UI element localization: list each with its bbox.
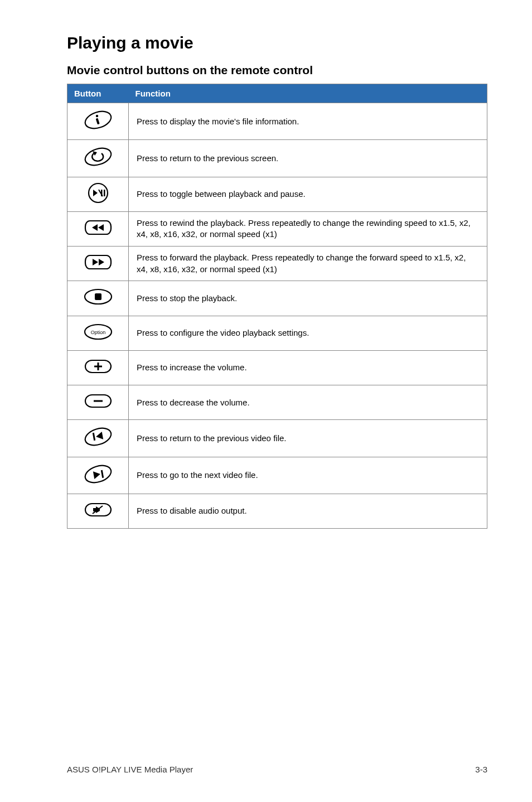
- function-cell: Press to return to the previous video fi…: [129, 420, 487, 457]
- forward-icon: [83, 251, 114, 273]
- table-row: Press to disable audio output.: [67, 494, 487, 528]
- function-cell: Press to rewind the playback. Press repe…: [129, 211, 487, 246]
- return-icon: [83, 144, 114, 169]
- button-icon-cell: [67, 247, 129, 281]
- table-row: Press to increase the volume.: [67, 350, 487, 385]
- function-cell: Press to forward the playback. Press rep…: [129, 247, 487, 281]
- button-icon-cell: [67, 420, 129, 457]
- rewind-icon: [83, 216, 114, 239]
- function-cell: Press to increase the volume.: [129, 350, 487, 385]
- button-icon-cell: [67, 350, 129, 385]
- button-icon-cell: [67, 494, 129, 528]
- prev-file-icon: [83, 424, 114, 449]
- button-icon-cell: [67, 103, 129, 140]
- button-icon-cell: [67, 457, 129, 494]
- option-icon: Option: [83, 321, 114, 343]
- table-row: Press to display the movie's file inform…: [67, 103, 487, 140]
- col-header-button: Button: [67, 84, 129, 103]
- svg-text:Option: Option: [90, 330, 105, 335]
- page-footer: ASUS O!PLAY LIVE Media Player 3-3: [67, 765, 487, 774]
- play-pause-icon: [83, 182, 114, 204]
- stop-icon: [83, 286, 114, 308]
- table-row: Press to return to the previous video fi…: [67, 420, 487, 457]
- svg-rect-16: [95, 293, 101, 300]
- function-cell: Press to stop the playback.: [129, 281, 487, 316]
- function-cell: Press to return to the previous screen.: [129, 140, 487, 177]
- col-header-function: Function: [129, 84, 487, 103]
- table-row: Press to go to the next video file.: [67, 457, 487, 494]
- next-file-icon: [83, 462, 114, 486]
- function-cell: Press to disable audio output.: [129, 494, 487, 528]
- function-cell: Press to display the movie's file inform…: [129, 103, 487, 140]
- button-icon-cell: [67, 281, 129, 316]
- vol-up-icon: [83, 355, 114, 378]
- table-row: Press to forward the playback. Press rep…: [67, 247, 487, 281]
- table-row: Option Press to configure the video play…: [67, 316, 487, 350]
- button-icon-cell: Option: [67, 316, 129, 350]
- footer-page-number: 3-3: [475, 765, 487, 774]
- svg-rect-11: [104, 190, 105, 196]
- svg-point-4: [95, 115, 98, 117]
- function-cell: Press to toggle between playback and pau…: [129, 177, 487, 211]
- button-icon-cell: [67, 177, 129, 211]
- table-row: Press to return to the previous screen.: [67, 140, 487, 177]
- table-row: Press to toggle between playback and pau…: [67, 177, 487, 211]
- function-cell: Press to decrease the volume.: [129, 385, 487, 420]
- section-title: Movie control buttons on the remote cont…: [67, 64, 487, 77]
- page-title: Playing a movie: [67, 33, 487, 52]
- table-row: Press to rewind the playback. Press repe…: [67, 211, 487, 246]
- vol-down-icon: [83, 390, 114, 412]
- table-row: Press to decrease the volume.: [67, 385, 487, 420]
- function-cell: Press to go to the next video file.: [129, 457, 487, 494]
- button-icon-cell: [67, 385, 129, 420]
- footer-product-name: ASUS O!PLAY LIVE Media Player: [67, 765, 193, 774]
- button-icon-cell: [67, 211, 129, 246]
- info-icon: [83, 108, 114, 132]
- svg-rect-10: [101, 190, 103, 196]
- table-row: Press to stop the playback.: [67, 281, 487, 316]
- function-cell: Press to configure the video playback se…: [129, 316, 487, 350]
- button-icon-cell: [67, 140, 129, 177]
- remote-buttons-table: Button Function Press to display the mov…: [67, 84, 487, 529]
- mute-icon: [83, 499, 114, 521]
